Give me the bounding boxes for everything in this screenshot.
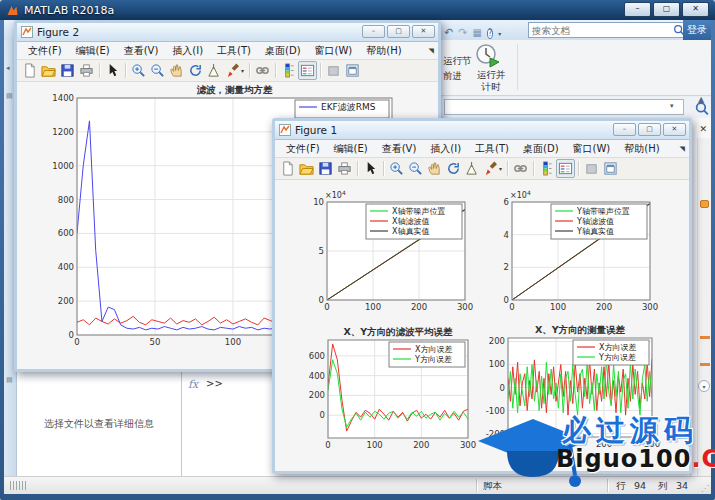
menu-item[interactable]: 窗口(W)	[308, 42, 360, 60]
svg-text:100: 100	[367, 440, 383, 450]
data-cursor-button[interactable]	[205, 61, 224, 80]
menu-item[interactable]: 工具(T)	[210, 42, 258, 60]
dock-min-button[interactable]	[582, 159, 601, 178]
rotate-3d-button[interactable]	[186, 61, 205, 80]
address-dropdown-icon[interactable]: ▾	[670, 102, 674, 110]
scrollbar-annotation[interactable]	[700, 200, 709, 208]
menu-item[interactable]: 编辑(E)	[327, 140, 375, 158]
dock-window-button[interactable]	[601, 159, 620, 178]
search-input[interactable]	[529, 25, 673, 36]
panel-tab-icon[interactable]: ▤	[6, 92, 13, 100]
scrollbar-jump-icon[interactable]: ▾	[698, 380, 710, 392]
toolbar-separator	[578, 161, 579, 176]
print-button[interactable]	[77, 61, 96, 80]
data-cursor-button[interactable]	[463, 159, 482, 178]
menu-overflow-icon[interactable]: ◥	[429, 47, 434, 55]
brush-dropdown-icon[interactable]: ▾	[499, 165, 502, 172]
svg-text:滤波，测量均方差: 滤波，测量均方差	[197, 84, 274, 95]
pan-button[interactable]	[167, 61, 186, 80]
menu-item[interactable]: 窗口(W)	[566, 140, 618, 158]
figure2-titlebar[interactable]: Figure 2 – ▢ ✕	[17, 23, 438, 42]
menu-item[interactable]: 工具(T)	[468, 140, 516, 158]
figure2-close-button[interactable]: ✕	[412, 25, 435, 38]
scrollbar-annotation[interactable]	[700, 363, 710, 366]
figure2-maximize-button[interactable]: ▢	[387, 25, 410, 38]
svg-text:300: 300	[457, 302, 473, 312]
folder-search-icon[interactable]	[694, 101, 710, 116]
editor-close-icon[interactable]: ✕	[699, 124, 707, 134]
legend-button[interactable]	[298, 61, 317, 80]
cursor-button[interactable]	[103, 61, 122, 80]
svg-text:1200: 1200	[52, 127, 74, 137]
menu-item[interactable]: 帮助(H)	[617, 140, 666, 158]
figure1-titlebar[interactable]: Figure 1 – ▢ ✕	[275, 121, 689, 140]
figure1-close-button[interactable]: ✕	[663, 123, 686, 136]
new-doc-button[interactable]	[278, 159, 297, 178]
save-button[interactable]	[316, 159, 335, 178]
dock-window-button[interactable]	[343, 61, 362, 80]
menu-item[interactable]: 桌面(D)	[516, 140, 566, 158]
menu-item[interactable]: 插入(I)	[165, 42, 210, 60]
close-button[interactable]: ✕	[682, 2, 709, 17]
maximize-button[interactable]: ▢	[653, 2, 680, 17]
resize-grip-icon[interactable]: ⋰	[701, 484, 709, 493]
print-button[interactable]	[335, 159, 354, 178]
status-col-label: 列	[658, 480, 668, 493]
pan-button[interactable]	[425, 159, 444, 178]
panel-grip-icon[interactable]	[10, 481, 26, 490]
menu-item[interactable]: 查看(V)	[375, 140, 424, 158]
menu-overflow-icon[interactable]: ◥	[680, 145, 685, 153]
step-forward-label[interactable]: 前进	[443, 70, 462, 83]
scrollbar-annotation[interactable]	[700, 336, 710, 339]
figure1-maximize-button[interactable]: ▢	[638, 123, 661, 136]
run-section-label[interactable]: 运行节	[443, 55, 472, 68]
open-folder-button[interactable]	[39, 61, 58, 80]
brush-dropdown-icon[interactable]: ▾	[241, 67, 244, 74]
dropdown-icon[interactable]: ▾	[498, 21, 501, 40]
zoom-in-button[interactable]	[387, 159, 406, 178]
help-icon[interactable]: ?	[487, 21, 493, 40]
dock-min-button[interactable]	[324, 61, 343, 80]
undo-icon[interactable]: ↶	[444, 21, 453, 40]
new-doc-button[interactable]	[20, 61, 39, 80]
menu-item[interactable]: 帮助(H)	[359, 42, 408, 60]
figure2-minimize-button[interactable]: –	[362, 25, 385, 38]
minimize-button[interactable]: –	[624, 2, 651, 17]
editor-scrollbar[interactable]: ▾	[697, 138, 711, 476]
figure-icon	[21, 26, 33, 38]
colorbar-button[interactable]	[279, 61, 298, 80]
zoom-in-button[interactable]	[129, 61, 148, 80]
desktop-icon: ▦	[472, 27, 481, 38]
zoom-out-button[interactable]	[148, 61, 167, 80]
menu-item[interactable]: 编辑(E)	[69, 42, 117, 60]
svg-text:100: 100	[365, 302, 381, 312]
open-folder-button[interactable]	[297, 159, 316, 178]
panel-tab-icon-2[interactable]: ▤	[6, 376, 13, 384]
login-button[interactable]: 登录	[683, 20, 711, 40]
cursor-button[interactable]	[361, 159, 380, 178]
editor-strip: ✕ ▾	[690, 118, 711, 476]
run-and-time-icon[interactable]	[474, 42, 500, 68]
menu-item[interactable]: 插入(I)	[423, 140, 468, 158]
desktop-icon[interactable]: ▦	[472, 21, 481, 40]
link-plots-button[interactable]	[511, 159, 530, 178]
menu-item[interactable]: 文件(F)	[21, 42, 69, 60]
menu-item[interactable]: 文件(F)	[279, 140, 327, 158]
run-and-time-label-2[interactable]: 计时	[469, 81, 513, 94]
matlab-titlebar[interactable]: MATLAB R2018a – ▢ ✕	[0, 0, 715, 20]
save-button[interactable]	[58, 61, 77, 80]
menu-item[interactable]: 桌面(D)	[258, 42, 308, 60]
figure1-minimize-button[interactable]: –	[613, 123, 636, 136]
svg-text:EKF滤波RMS: EKF滤波RMS	[321, 102, 376, 112]
zoom-out-button[interactable]	[406, 159, 425, 178]
legend-button[interactable]	[556, 159, 575, 178]
collapse-panel-icon[interactable]: ◂	[6, 64, 10, 72]
redo-icon[interactable]: ↷	[458, 21, 467, 40]
toolbar-separator	[320, 63, 321, 78]
doc-search-box[interactable]	[528, 22, 686, 38]
address-input[interactable]	[444, 99, 684, 115]
menu-item[interactable]: 查看(V)	[117, 42, 166, 60]
link-plots-button[interactable]	[253, 61, 272, 80]
rotate-3d-button[interactable]	[444, 159, 463, 178]
colorbar-button[interactable]	[537, 159, 556, 178]
